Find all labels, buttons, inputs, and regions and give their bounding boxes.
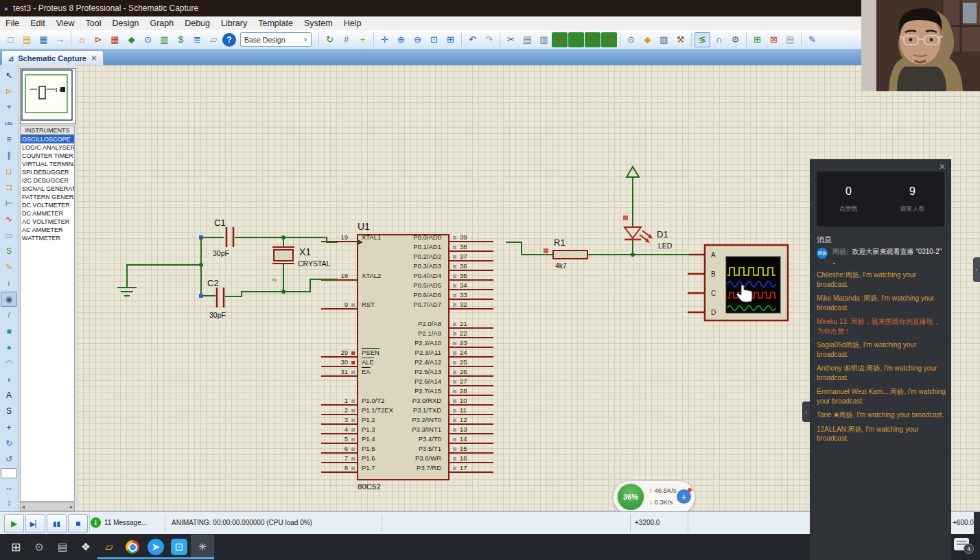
menu-item[interactable]: Graph — [144, 17, 179, 30]
scroll-right-icon[interactable]: ▸ — [70, 504, 73, 510]
block-copy-icon[interactable]: ▼ — [552, 32, 568, 47]
right-edge-handle[interactable]: ‹ — [973, 257, 980, 282]
task-view-button[interactable]: ▤ — [51, 535, 74, 559]
2d-symbol-icon[interactable]: S — [1, 404, 17, 419]
search-button[interactable]: ⊙ — [27, 535, 51, 559]
redraw-icon[interactable]: ↻ — [322, 32, 338, 47]
chat-message-list[interactable]: 周扬 周扬: 欢迎大家来观看直播 “0310-2” 。 Chileshe:周扬,… — [817, 247, 946, 555]
electrical-rule-check-icon[interactable]: ✎ — [804, 32, 820, 47]
2d-line-icon[interactable]: / — [1, 308, 17, 323]
instrument-item[interactable]: LOGIC ANALYSER — [21, 143, 74, 152]
rotate-anticlockwise-icon[interactable]: ↺ — [1, 452, 17, 467]
instrument-item[interactable]: PATTERN GENERATOR — [21, 193, 74, 201]
remove-sheet-icon[interactable]: ⊠ — [766, 32, 782, 47]
message-count[interactable]: 11 Message... — [104, 519, 147, 526]
import-project-icon[interactable]: → — [52, 32, 68, 47]
tab-close-icon[interactable]: ✕ — [91, 54, 97, 63]
new-project-icon[interactable]: □ — [3, 32, 19, 47]
project-notes-icon[interactable]: ▱ — [206, 32, 222, 47]
y-mirror-icon[interactable]: ↕ — [1, 496, 17, 511]
property-assignment-icon[interactable]: ⚙ — [727, 32, 743, 47]
instrument-item[interactable]: VIRTUAL TERMINAL — [21, 160, 74, 168]
webcam-overlay[interactable] — [861, 0, 980, 91]
stop-button[interactable]: ■ — [68, 514, 88, 533]
design-explorer-icon[interactable]: ▥ — [156, 32, 172, 47]
3d-visualizer-icon[interactable]: ◆ — [124, 32, 139, 47]
goto-sheet-icon[interactable]: ▤ — [782, 32, 798, 47]
instrument-item[interactable]: I2C DEBUGGER — [21, 176, 74, 185]
generator-mode-icon[interactable]: S — [1, 244, 17, 258]
menu-item[interactable]: System — [299, 17, 338, 30]
menu-item[interactable]: Library — [215, 17, 253, 30]
graph-mode-icon[interactable]: ∿ — [1, 212, 17, 226]
instrument-item[interactable]: AC VOLTMETER — [21, 218, 74, 226]
terminals-mode-icon[interactable]: ⊐ — [1, 180, 17, 194]
block-delete-icon[interactable]: ✕ — [601, 32, 617, 47]
subcircuit-mode-icon[interactable]: ⊔ — [1, 164, 17, 178]
origin-icon[interactable]: + — [355, 32, 371, 47]
pinwheel-app[interactable]: ❖ — [74, 535, 97, 559]
redo-icon[interactable]: ↷ — [481, 32, 497, 47]
menu-item[interactable]: Edit — [25, 17, 51, 30]
2d-box-icon[interactable]: ■ — [1, 324, 17, 338]
bill-of-materials-icon[interactable]: $ — [173, 32, 189, 47]
chrome-browser-app[interactable] — [121, 535, 144, 559]
wire-label-mode-icon[interactable]: LBL — [1, 116, 17, 130]
tab-schematic-capture[interactable]: ⊿ Schematic Capture ✕ — [1, 50, 104, 66]
design-selector-dropdown[interactable]: Base Design ∨ — [240, 32, 312, 47]
proteus-app[interactable]: ✳ — [191, 535, 214, 559]
menu-item[interactable]: Tool — [80, 17, 107, 30]
instrument-item[interactable]: SIGNAL GENERATOR — [21, 185, 74, 193]
selector-scrollbar[interactable]: ◂ ▸ — [20, 502, 75, 511]
chat-collapse-handle[interactable]: ‹ — [802, 401, 810, 422]
zoom-out-icon[interactable]: ⊖ — [410, 32, 425, 47]
2d-arc-icon[interactable]: ◠ — [1, 356, 17, 371]
voltage-probe-mode-icon[interactable]: ✎ — [1, 260, 17, 275]
help-icon[interactable]: ? — [222, 33, 236, 47]
block-move-icon[interactable]: ↕ — [568, 32, 584, 47]
play-button[interactable]: ▶ — [4, 514, 24, 533]
instrument-item[interactable]: OSCILLOSCOPE — [21, 135, 74, 143]
open-project-icon[interactable]: ▤ — [19, 32, 35, 47]
wire-autorouter-icon[interactable]: ≶ — [695, 32, 710, 47]
pan-icon[interactable]: ✛ — [377, 32, 393, 47]
menu-item[interactable]: Help — [338, 17, 367, 30]
search-tag-icon[interactable]: ∩ — [711, 32, 727, 47]
pcb-layout-icon[interactable]: ▦ — [107, 32, 123, 47]
packaging-tool-icon[interactable]: ▨ — [656, 32, 672, 47]
instrument-item[interactable]: SPI DEBUGGER — [21, 168, 74, 176]
menu-item[interactable]: Template — [253, 17, 299, 30]
new-sheet-icon[interactable]: ⊞ — [749, 32, 765, 47]
2d-path-icon[interactable]: ◗ — [1, 372, 17, 386]
orientation-angle-box[interactable] — [1, 468, 17, 479]
messenger-app[interactable]: ➤ — [144, 535, 167, 559]
selection-pointer-icon[interactable]: ↖ — [1, 68, 17, 82]
2d-circle-icon[interactable]: ● — [1, 340, 17, 354]
memory-percent-badge[interactable]: 36% — [616, 482, 645, 511]
instrument-item[interactable]: DC AMMETER — [21, 209, 74, 218]
zoom-in-icon[interactable]: ⊕ — [393, 32, 409, 47]
step-button[interactable]: ▶▏ — [25, 514, 45, 533]
save-project-icon[interactable]: ▦ — [36, 32, 51, 47]
close-icon[interactable]: ✕ — [939, 162, 946, 172]
toggle-grid-icon[interactable]: # — [338, 32, 354, 47]
gerber-viewer-icon[interactable]: ⊙ — [140, 32, 156, 47]
zoom-area-icon[interactable]: ⊡ — [426, 32, 442, 47]
make-device-icon[interactable]: ◆ — [640, 32, 655, 47]
start-button[interactable]: ⊞ — [4, 535, 27, 559]
junction-dot-mode-icon[interactable]: + — [1, 100, 17, 115]
menu-item[interactable]: Design — [107, 17, 145, 30]
info-icon[interactable]: i — [91, 517, 101, 528]
instrument-item[interactable]: COUNTER TIMER — [21, 152, 74, 160]
cut-icon[interactable]: ✂ — [503, 32, 519, 47]
paste-icon[interactable]: ▥ — [536, 32, 552, 47]
menu-item[interactable]: View — [51, 17, 80, 30]
instrument-item[interactable]: DC VOLTMETER — [21, 201, 74, 209]
component-mode-icon[interactable]: ⊳ — [1, 84, 17, 98]
menu-item[interactable]: Debug — [179, 17, 215, 30]
copy-icon[interactable]: ▤ — [520, 32, 535, 47]
rotate-clockwise-icon[interactable]: ↻ — [1, 436, 17, 450]
decompose-icon[interactable]: ⚒ — [673, 32, 688, 47]
simulation-icon[interactable]: ≣ — [189, 32, 205, 47]
network-monitor-overlay[interactable]: 36% ↑ 46.5K/s ↓ 0.3K/s + — [613, 480, 695, 514]
